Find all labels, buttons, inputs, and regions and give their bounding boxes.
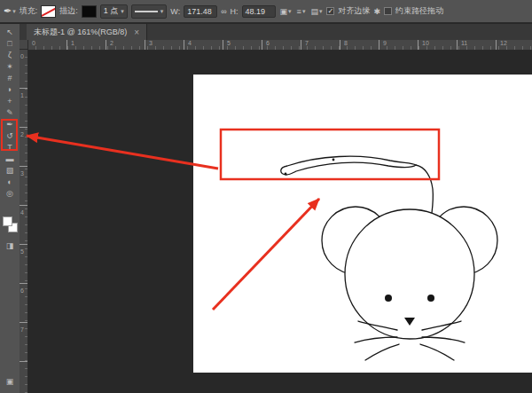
ruler-number: 0 <box>32 40 35 46</box>
ruler-number: 2 <box>20 131 24 138</box>
tutorial-annotations <box>2 120 439 310</box>
document-title: 未标题-1 @ 161%(RGB/8) <box>34 27 127 38</box>
quick-selection-tool-icon[interactable]: ✶ <box>0 61 20 73</box>
path-arrangement-icon: ▤ <box>310 7 318 16</box>
type-tool-icon[interactable]: T <box>0 142 20 153</box>
current-tool-preset[interactable]: ✒ ▾ <box>4 5 16 17</box>
path-operations-button[interactable]: ▣ ▾ <box>279 7 293 16</box>
ruler-number: 8 <box>344 40 348 46</box>
eraser-tool-icon[interactable]: ▬ <box>0 153 20 165</box>
toolbox-tools: ↖□ζ✶#◗+✎✒↺T▬▧◐◎ <box>0 27 20 200</box>
align-edges-checkbox[interactable]: ✓ <box>326 7 334 15</box>
pen-tool-icon: ✒ <box>4 5 12 17</box>
quick-mask-icon[interactable]: ◨ <box>0 240 20 252</box>
stroke-label: 描边: <box>59 5 78 17</box>
stroke-line-sample <box>135 11 158 12</box>
foreground-color-swatch[interactable] <box>3 216 12 226</box>
vertical-ruler: 01234567 <box>20 50 28 393</box>
chevron-down-icon: ▾ <box>319 8 323 15</box>
ruler-number: 9 <box>383 40 387 46</box>
height-label: H: <box>231 7 239 16</box>
path-operations-icon: ▣ <box>280 7 288 16</box>
chevron-down-icon: ▾ <box>302 8 306 15</box>
chevron-down-icon: ▾ <box>160 8 164 15</box>
constrain-path-label: 约束路径拖动 <box>395 5 443 17</box>
close-icon[interactable]: × <box>134 28 139 37</box>
brush-tool-icon[interactable]: ✎ <box>0 107 20 119</box>
mouse-whiskers <box>355 321 465 360</box>
move-tool-icon[interactable]: ↖ <box>0 27 20 38</box>
fill-label: 填充: <box>20 5 38 17</box>
stroke-type-dropdown[interactable]: ▾ <box>131 4 168 19</box>
ruler-number: 3 <box>149 40 153 46</box>
mouse-tail <box>281 156 416 175</box>
pen-tool-icon[interactable]: ✒ <box>0 119 20 130</box>
highlight-rectangle <box>221 130 439 179</box>
canvas-page[interactable] <box>193 75 532 373</box>
fill-swatch[interactable] <box>41 5 56 18</box>
mouse-ear-right <box>430 207 497 274</box>
mouse-head <box>345 209 474 339</box>
annotation-arrow-toolbox <box>27 136 218 169</box>
height-field[interactable]: 48.19 <box>242 5 276 18</box>
eyedropper-tool-icon[interactable]: ◗ <box>0 84 20 96</box>
stroke-width-value: 1 点 <box>104 5 119 17</box>
ruler-ticks <box>28 40 532 50</box>
annotation-arrow-tail <box>213 199 319 310</box>
align-edges-label: 对齐边缘 <box>338 5 370 17</box>
ruler-number: 1 <box>71 40 74 46</box>
ruler-number: 7 <box>305 40 309 46</box>
link-dimensions-icon[interactable]: ∞ <box>221 7 226 16</box>
width-field[interactable]: 171.48 <box>184 5 217 18</box>
color-swatches <box>0 216 20 235</box>
canvas-overlay <box>0 0 532 393</box>
gear-icon[interactable]: ✱ <box>373 7 380 16</box>
path-anchor-point <box>332 159 335 161</box>
mouse-ear-left <box>322 207 389 274</box>
history-brush-tool-icon[interactable]: ↺ <box>0 130 20 142</box>
path-anchor-point <box>285 173 287 176</box>
ruler-number: 0 <box>20 53 24 59</box>
lasso-tool-icon[interactable]: ζ <box>0 50 20 61</box>
width-label: W: <box>170 7 180 16</box>
path-arrangement-button[interactable]: ▤ ▾ <box>309 7 323 16</box>
photoshop-window: ✒ ▾ 填充: 描边: 1 点 ▾ ▾ W: 171.48 ∞ H: 48.19… <box>0 0 532 393</box>
gradient-tool-icon[interactable]: ▧ <box>0 165 20 177</box>
ruler-number: 12 <box>500 40 507 46</box>
ruler-number: 10 <box>422 40 429 46</box>
ruler-number: 3 <box>20 170 24 177</box>
mouse-nose <box>404 318 415 326</box>
chevron-down-icon: ▾ <box>121 8 124 15</box>
ruler-number: 5 <box>20 248 24 255</box>
ruler-number: 5 <box>227 40 231 46</box>
ruler-ticks <box>20 50 27 393</box>
ruler-number: 7 <box>20 326 24 333</box>
ruler-number: 1 <box>20 92 24 98</box>
mouse-tail-connector <box>416 165 433 213</box>
ruler-number: 4 <box>20 209 24 216</box>
crop-tool-icon[interactable]: # <box>0 73 20 84</box>
check-icon: ✓ <box>328 7 334 15</box>
mouse-drawing <box>281 156 497 360</box>
toolbox: ↖□ζ✶#◗+✎✒↺T▬▧◐◎ ◨ ▣ <box>0 24 20 393</box>
chevron-down-icon: ▾ <box>288 8 292 15</box>
options-bar: ✒ ▾ 填充: 描边: 1 点 ▾ ▾ W: 171.48 ∞ H: 48.19… <box>0 0 532 23</box>
zoom-tool-icon[interactable]: ◎ <box>0 188 20 200</box>
path-alignment-icon: ≡ <box>297 7 301 16</box>
stroke-swatch[interactable] <box>82 5 97 18</box>
mouse-eye-left <box>385 295 392 302</box>
marquee-tool-icon[interactable]: □ <box>0 38 20 50</box>
document-tab[interactable]: 未标题-1 @ 161%(RGB/8) × <box>27 24 147 40</box>
chevron-down-icon: ▾ <box>12 8 16 15</box>
screen-mode-icon[interactable]: ▣ <box>0 376 20 388</box>
ruler-number: 11 <box>461 40 467 46</box>
ruler-number: 6 <box>266 40 270 46</box>
dodge-tool-icon[interactable]: ◐ <box>0 177 20 188</box>
healing-brush-tool-icon[interactable]: + <box>0 96 20 107</box>
ruler-corner <box>20 40 28 50</box>
constrain-path-checkbox[interactable] <box>384 7 392 15</box>
stroke-width-dropdown[interactable]: 1 点 ▾ <box>100 4 128 19</box>
ruler-number: 2 <box>110 40 113 46</box>
path-alignment-button[interactable]: ≡ ▾ <box>296 7 307 16</box>
mouse-eye-right <box>427 295 434 302</box>
